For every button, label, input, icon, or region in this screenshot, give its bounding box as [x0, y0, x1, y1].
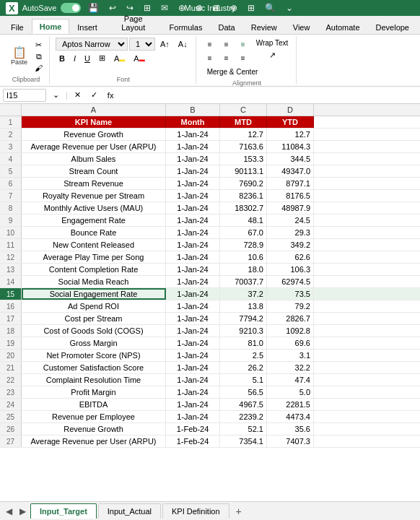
cell-b8[interactable]: 1-Jan-24: [166, 202, 220, 214]
cell-a26[interactable]: Revenue Growth: [22, 423, 166, 435]
cell-c12[interactable]: 10.6: [220, 251, 267, 263]
tab-view[interactable]: View: [285, 20, 318, 34]
align-middle-center[interactable]: ≡: [219, 51, 235, 64]
cell-c14[interactable]: 70037.7: [220, 276, 267, 287]
cell-b1[interactable]: Month: [166, 116, 220, 128]
col-header-b[interactable]: B: [166, 104, 220, 116]
cell-d3[interactable]: 11084.3: [267, 141, 314, 152]
cell-c21[interactable]: 26.2: [220, 362, 267, 373]
cell-b22[interactable]: 1-Jan-24: [166, 374, 220, 386]
tab-insert[interactable]: Insert: [69, 20, 105, 34]
cell-d26[interactable]: 35.6: [267, 423, 314, 435]
cell-b13[interactable]: 1-Jan-24: [166, 264, 220, 275]
sheet-tab-kpi-definition[interactable]: KPI Definition: [162, 503, 229, 519]
tab-automate[interactable]: Automate: [318, 20, 367, 34]
insert-function-btn[interactable]: fx: [104, 90, 118, 101]
font-size-select[interactable]: 11: [129, 38, 155, 51]
cell-c27[interactable]: 7354.1: [220, 436, 267, 447]
next-sheet-btn[interactable]: ▶: [17, 505, 29, 518]
cell-a19[interactable]: Gross Margin: [22, 337, 166, 349]
cell-a27[interactable]: Average Revenue per User (ARPU): [22, 436, 166, 447]
cell-a2[interactable]: Revenue Growth: [22, 129, 166, 140]
font-shrink-btn[interactable]: A↓: [175, 38, 191, 50]
cell-a6[interactable]: Stream Revenue: [22, 178, 166, 189]
cell-b24[interactable]: 1-Jan-24: [166, 399, 220, 410]
cell-c5[interactable]: 90113.1: [220, 165, 267, 177]
cell-a12[interactable]: Average Play Time per Song: [22, 251, 166, 263]
chevron-btn[interactable]: ⌄: [283, 1, 296, 14]
cell-c13[interactable]: 18.0: [220, 264, 267, 275]
copy-button[interactable]: ⧉: [32, 51, 45, 62]
cell-a1[interactable]: KPI Name: [22, 116, 166, 128]
cell-ref-input[interactable]: [3, 89, 46, 102]
autosave-toggle[interactable]: [61, 3, 81, 13]
cell-d14[interactable]: 62974.5: [267, 276, 314, 287]
cell-a21[interactable]: Customer Satisfaction Score: [22, 362, 166, 373]
cell-c23[interactable]: 56.5: [220, 386, 267, 398]
cell-d25[interactable]: 4473.4: [267, 411, 314, 422]
cell-c2[interactable]: 12.7: [220, 129, 267, 140]
cell-b26[interactable]: 1-Feb-24: [166, 423, 220, 435]
cell-b10[interactable]: 1-Jan-24: [166, 227, 220, 238]
cell-c3[interactable]: 7163.6: [220, 141, 267, 152]
font-grow-btn[interactable]: A↑: [157, 38, 173, 50]
align-top-left[interactable]: ≡: [202, 38, 218, 51]
search-btn[interactable]: 🔍: [262, 1, 279, 14]
cancel-formula-btn[interactable]: ✕: [71, 89, 84, 101]
cell-d11[interactable]: 349.2: [267, 239, 314, 251]
cell-d19[interactable]: 69.6: [267, 337, 314, 349]
cell-a4[interactable]: Album Sales: [22, 153, 166, 165]
cell-a16[interactable]: Ad Spend ROI: [22, 300, 166, 312]
cell-d27[interactable]: 7407.3: [267, 436, 314, 447]
cell-d7[interactable]: 8176.5: [267, 190, 314, 202]
cell-c24[interactable]: 4967.5: [220, 399, 267, 410]
cell-c26[interactable]: 52.1: [220, 423, 267, 435]
add-sheet-btn[interactable]: +: [231, 503, 247, 519]
cell-d24[interactable]: 2281.5: [267, 399, 314, 410]
cell-a15[interactable]: Social Engagement Rate: [22, 288, 166, 300]
cell-c22[interactable]: 5.1: [220, 374, 267, 386]
cell-a8[interactable]: Monthly Active Users (MAU): [22, 202, 166, 214]
cell-d8[interactable]: 48987.9: [267, 202, 314, 214]
cell-a13[interactable]: Content Completion Rate: [22, 264, 166, 275]
cell-d2[interactable]: 12.7: [267, 129, 314, 140]
cell-d20[interactable]: 3.1: [267, 350, 314, 361]
cell-d21[interactable]: 32.2: [267, 362, 314, 373]
fill-color-button[interactable]: A▬: [110, 53, 128, 64]
col-header-d[interactable]: D: [267, 104, 314, 116]
cell-b15[interactable]: 1-Jan-24: [166, 288, 220, 300]
align-middle-right[interactable]: ≡: [235, 51, 251, 64]
cell-c8[interactable]: 18302.7: [220, 202, 267, 214]
name-box-dropdown[interactable]: ⌄: [49, 89, 63, 101]
cell-a17[interactable]: Cost per Stream: [22, 313, 166, 324]
cell-b23[interactable]: 1-Jan-24: [166, 386, 220, 398]
cell-c11[interactable]: 728.9: [220, 239, 267, 251]
cell-b27[interactable]: 1-Feb-24: [166, 436, 220, 447]
cell-b21[interactable]: 1-Jan-24: [166, 362, 220, 373]
cell-b9[interactable]: 1-Jan-24: [166, 214, 220, 226]
cell-d6[interactable]: 8797.1: [267, 178, 314, 189]
cell-c16[interactable]: 13.8: [220, 300, 267, 312]
col-header-a[interactable]: A: [22, 104, 166, 116]
tab-file[interactable]: File: [3, 20, 32, 34]
cell-d5[interactable]: 49347.0: [267, 165, 314, 177]
cell-c7[interactable]: 8236.1: [220, 190, 267, 202]
cell-a23[interactable]: Profit Margin: [22, 386, 166, 398]
save-btn[interactable]: 💾: [85, 1, 102, 14]
italic-button[interactable]: I: [70, 53, 79, 64]
confirm-formula-btn[interactable]: ✓: [87, 89, 101, 101]
sheet-tab-input-target[interactable]: Input_Target: [30, 503, 97, 519]
grid-btn[interactable]: ⊞: [245, 1, 258, 14]
prev-sheet-btn[interactable]: ◀: [3, 505, 15, 518]
cell-c17[interactable]: 7794.2: [220, 313, 267, 324]
align-top-center[interactable]: ≡: [219, 38, 235, 51]
cell-b4[interactable]: 1-Jan-24: [166, 153, 220, 165]
cut-button[interactable]: ✂: [32, 40, 45, 51]
col-header-c[interactable]: C: [220, 104, 267, 116]
tab-formulas[interactable]: Formulas: [162, 20, 211, 34]
cell-b20[interactable]: 1-Jan-24: [166, 350, 220, 361]
cell-a11[interactable]: New Content Released: [22, 239, 166, 251]
tab-home[interactable]: Home: [32, 19, 70, 34]
cell-a18[interactable]: Cost of Goods Sold (COGS): [22, 325, 166, 337]
cell-b19[interactable]: 1-Jan-24: [166, 337, 220, 349]
